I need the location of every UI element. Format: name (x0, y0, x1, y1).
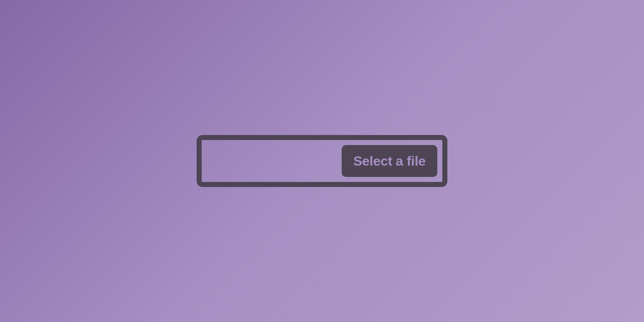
file-input-container[interactable]: Select a file (197, 135, 447, 187)
select-file-button[interactable]: Select a file (342, 145, 437, 177)
file-name-display (207, 145, 342, 177)
